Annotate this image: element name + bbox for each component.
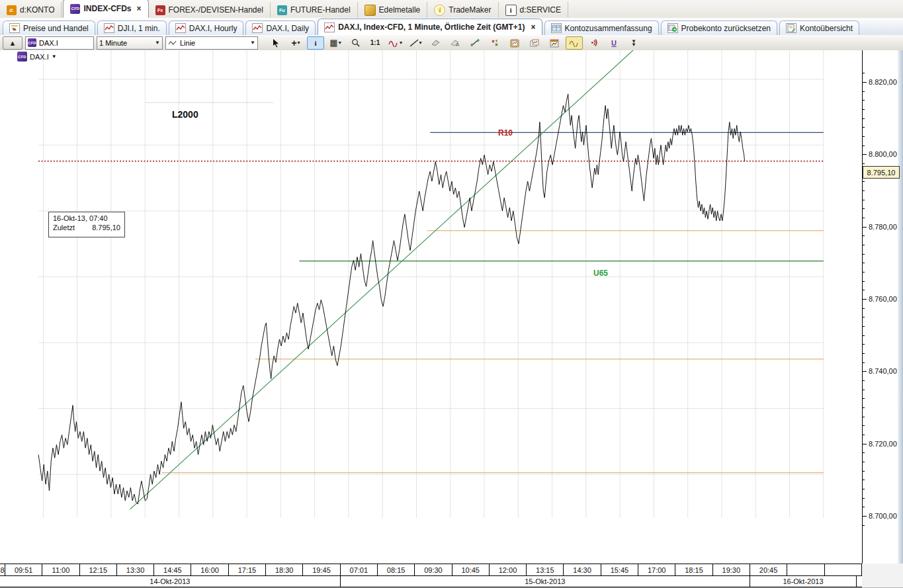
- time-cell: 09:30: [415, 564, 452, 575]
- delete-all-drawings-button[interactable]: A: [447, 36, 464, 50]
- dkonto-icon: d:: [7, 5, 17, 15]
- axis-minor-tick: [863, 425, 865, 426]
- axis-minor-tick: [863, 181, 865, 182]
- tab-forex[interactable]: Fx FOREX-/DEVISEN-Handel: [149, 2, 271, 18]
- axis-major-tick: [863, 299, 867, 300]
- draw-line-button[interactable]: ▾: [407, 36, 424, 50]
- axis-minor-tick: [863, 254, 865, 255]
- info-mode-button[interactable]: i: [307, 36, 324, 50]
- tab-dax-hourly[interactable]: DAX.I, Hourly: [169, 21, 244, 35]
- collapse-panel-button[interactable]: ▲: [3, 36, 22, 50]
- axis-major-tick: [863, 82, 867, 83]
- tab-preise-und-handel[interactable]: Preise und Handel: [3, 21, 95, 35]
- reset-icon: [667, 23, 678, 33]
- interval-select[interactable]: 1 Minute ▼: [97, 36, 163, 50]
- last-price-tag: 8.795,10: [863, 166, 900, 179]
- annotation-l2000[interactable]: L2000: [172, 109, 198, 120]
- tab-dax-daily[interactable]: DAX.I, Daily: [245, 21, 316, 35]
- tab-dax-1minute-active[interactable]: DAX.I, Index-CFD, 1 Minute, Örtliche Zei…: [318, 19, 542, 35]
- axis-minor-tick: [863, 398, 865, 399]
- eraser-button[interactable]: [427, 36, 444, 50]
- axis-minor-tick: [863, 525, 865, 526]
- axis-minor-tick: [863, 489, 865, 489]
- grid-settings-button[interactable]: ▦▾: [327, 36, 344, 50]
- toolbar-overflow-button[interactable]: ▾▾: [625, 36, 642, 50]
- axis-minor-tick: [863, 380, 865, 381]
- zoom-button[interactable]: [347, 36, 364, 50]
- lightbulb-icon: 💡: [434, 5, 445, 16]
- tab-label: d:SERVICE: [520, 5, 561, 15]
- time-cell: 11:00: [42, 564, 79, 575]
- cursor-tool-button[interactable]: [267, 36, 284, 50]
- tab-trademaker[interactable]: 💡 TradeMaker: [427, 2, 498, 18]
- tab-label: DJI.I, 1 min.: [118, 24, 160, 33]
- axis-minor-tick: [863, 146, 865, 146]
- one-to-one-button[interactable]: 1:1: [366, 36, 384, 50]
- axis-minor-tick: [863, 136, 865, 137]
- tab-edelmetalle[interactable]: Edelmetalle: [358, 2, 428, 18]
- axis-minor-tick: [863, 362, 865, 363]
- expand-arrows-icon: [470, 38, 480, 47]
- tab-kontozusammenfassung[interactable]: Kontozusammenfassung: [544, 21, 659, 35]
- eraser-icon: [431, 39, 441, 46]
- underline-label: U: [611, 39, 617, 47]
- tab-dkonto[interactable]: d: d:KONTO: [0, 2, 62, 18]
- tab-dji-1min[interactable]: DJI.I, 1 min.: [97, 21, 167, 35]
- axis-minor-tick: [863, 235, 865, 236]
- ratio-label: 1:1: [370, 39, 380, 46]
- interval-value: 1 Minute: [99, 39, 127, 47]
- price-axis[interactable]: 8.820,008.800,008.780,008.760,008.740,00…: [862, 50, 903, 564]
- time-cell: 17:15: [229, 564, 266, 575]
- legend-symbol: DAX.I: [30, 53, 49, 61]
- price-axis-label: 8.700,00: [869, 512, 897, 520]
- tab-probekonto-zuruecksetzen[interactable]: Probekonto zurücksetzen: [661, 21, 777, 35]
- axis-minor-tick: [863, 452, 865, 453]
- tab-label: INDEX-CFDs: [83, 4, 131, 13]
- tab-future[interactable]: Fu FUTURE-Handel: [271, 2, 358, 18]
- tab-label: TradeMaker: [449, 5, 491, 15]
- chart-in-window-button[interactable]: [546, 36, 563, 50]
- axis-major-tick: [863, 371, 867, 372]
- scale-tool-button[interactable]: [466, 36, 484, 50]
- chart-legend[interactable]: CFD DAX.I ▼: [17, 52, 57, 62]
- copy-chart-button[interactable]: [506, 36, 523, 50]
- axis-minor-tick: [863, 127, 865, 128]
- time-cell: 09:51: [5, 564, 42, 575]
- crosshair-tool-button[interactable]: +▾: [287, 36, 304, 50]
- close-icon[interactable]: ×: [531, 22, 535, 32]
- time-axis[interactable]: 809:5111:0012:1513:3014:4516:0017:1518:3…: [0, 564, 862, 587]
- markers-button[interactable]: [486, 36, 503, 50]
- close-icon[interactable]: ×: [136, 4, 141, 13]
- time-cell: 17:00: [638, 564, 675, 575]
- signal-icon: [589, 38, 599, 47]
- eraser-all-icon: A: [450, 39, 460, 47]
- data-tooltip: 16-Okt-13, 07:40 Zuletzt8.795,10: [48, 212, 125, 237]
- chevron-down-icon[interactable]: ▼: [52, 54, 57, 60]
- price-chart-svg[interactable]: [0, 50, 862, 564]
- axis-minor-tick: [863, 335, 865, 336]
- duplicate-chart-button[interactable]: [526, 36, 543, 50]
- time-cell: 18:30: [266, 564, 303, 575]
- tab-kontouebersicht[interactable]: Kontoübersicht: [779, 21, 859, 35]
- time-cell: 14:45: [154, 564, 191, 575]
- annotation-r10[interactable]: R10: [498, 128, 513, 138]
- indicator-button[interactable]: ▾: [386, 36, 404, 50]
- chart-style-button[interactable]: [566, 36, 583, 50]
- wave-icon: [569, 39, 580, 47]
- alerts-button[interactable]: [585, 36, 603, 50]
- axis-minor-tick: [863, 326, 865, 327]
- time-cell: 14:30: [564, 564, 601, 575]
- tab-dservice[interactable]: i d:SERVICE: [499, 2, 568, 18]
- axis-minor-tick: [863, 435, 865, 435]
- axis-minor-tick: [863, 118, 865, 119]
- tab-index-cfds[interactable]: CFD INDEX-CFDs ×: [63, 0, 148, 18]
- symbol-input[interactable]: CFD DAX.I: [25, 36, 94, 50]
- tab-label: d:KONTO: [20, 5, 54, 15]
- chart-plot-area[interactable]: [0, 50, 862, 564]
- time-cell: 12:00: [490, 564, 527, 575]
- underline-button[interactable]: U: [605, 36, 623, 50]
- axis-minor-tick: [863, 317, 865, 317]
- chart-type-select[interactable]: Linie ▼: [165, 36, 258, 50]
- time-cell: 19:30: [713, 564, 750, 575]
- annotation-u65[interactable]: U65: [593, 269, 608, 278]
